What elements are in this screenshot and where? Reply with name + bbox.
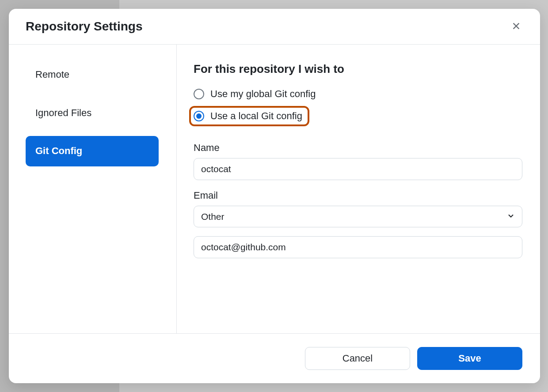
radio-local-git-config[interactable]: Use a local Git config (189, 106, 309, 126)
sidebar-item-remote[interactable]: Remote (26, 60, 159, 90)
save-button[interactable]: Save (417, 347, 522, 370)
email-field-label: Email (194, 190, 522, 201)
modal-header: Repository Settings (9, 9, 540, 45)
close-button[interactable] (510, 20, 522, 33)
email-select[interactable]: Other (194, 206, 522, 227)
settings-sidebar: Remote Ignored Files Git Config (9, 45, 177, 333)
email-input[interactable] (194, 236, 522, 258)
cancel-button[interactable]: Cancel (305, 347, 410, 370)
email-select-wrap: Other (194, 206, 522, 227)
modal-body: Remote Ignored Files Git Config For this… (9, 45, 540, 333)
radio-unchecked-icon (194, 89, 204, 99)
modal-title: Repository Settings (26, 19, 142, 34)
radio-dot-icon (196, 113, 202, 119)
radio-checked-icon (194, 111, 204, 121)
radio-global-git-config[interactable]: Use my global Git config (194, 88, 522, 100)
sidebar-item-label: Git Config (35, 145, 82, 156)
repository-settings-modal: Repository Settings Remote Ignored Files… (9, 9, 540, 383)
modal-footer: Cancel Save (9, 333, 540, 383)
close-icon (511, 21, 521, 32)
settings-content: For this repository I wish to Use my glo… (177, 45, 540, 333)
sidebar-item-label: Ignored Files (35, 107, 91, 118)
name-input[interactable] (194, 158, 522, 180)
sidebar-item-label: Remote (35, 69, 69, 80)
section-heading: For this repository I wish to (194, 62, 522, 76)
radio-label: Use a local Git config (210, 110, 302, 122)
name-field-label: Name (194, 142, 522, 154)
sidebar-item-git-config[interactable]: Git Config (26, 136, 159, 166)
radio-label: Use my global Git config (210, 88, 316, 100)
spacer (194, 227, 522, 236)
sidebar-item-ignored-files[interactable]: Ignored Files (26, 98, 159, 128)
